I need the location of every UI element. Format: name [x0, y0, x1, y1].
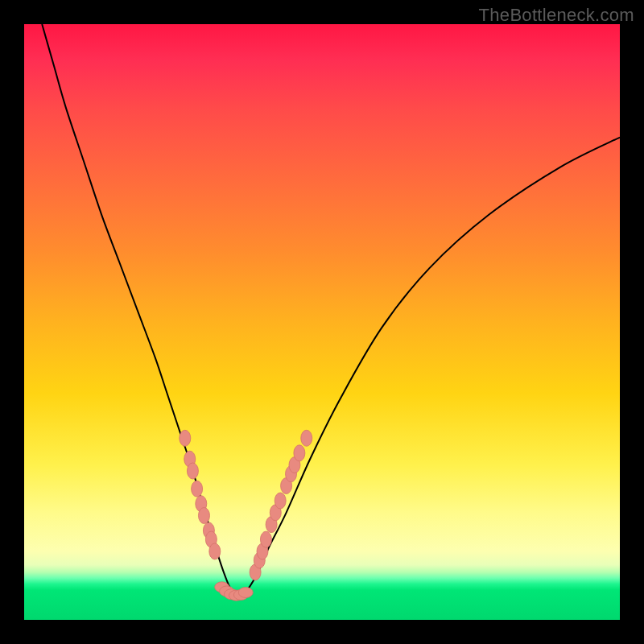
data-marker	[187, 463, 198, 479]
marker-cluster-bottom	[215, 582, 254, 601]
data-marker	[294, 445, 305, 461]
plot-area	[24, 24, 620, 620]
chart-frame: TheBottleneck.com	[0, 0, 644, 644]
data-marker	[301, 430, 312, 446]
curve-layer	[24, 24, 620, 620]
marker-cluster-right	[250, 430, 312, 580]
watermark-text: TheBottleneck.com	[479, 5, 634, 26]
data-marker	[180, 430, 191, 446]
data-marker	[198, 508, 209, 524]
data-marker	[238, 587, 253, 597]
data-marker	[192, 481, 203, 497]
data-marker	[275, 493, 286, 509]
data-marker	[209, 543, 221, 559]
bottleneck-curve	[42, 24, 620, 597]
data-marker	[260, 531, 271, 547]
